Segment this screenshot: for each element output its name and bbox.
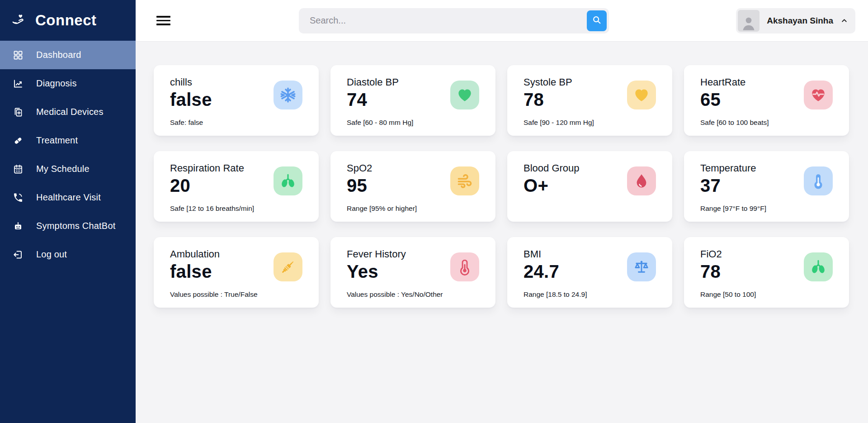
search-input[interactable] (299, 8, 609, 33)
card-note: Safe [90 - 120 mm Hg] (524, 119, 594, 127)
vital-card-fio2: FiO2 78 Range [50 to 100] (684, 237, 849, 308)
thermometer-icon (804, 166, 833, 195)
sidebar-item-logout[interactable]: Log out (0, 240, 136, 269)
robot-icon (13, 221, 24, 232)
sidebar-item-healthcare-visit[interactable]: Healthcare Visit (0, 183, 136, 212)
search-button[interactable] (587, 10, 607, 31)
vital-card-respiration-rate: Respiration Rate 20 Safe [12 to 16 breat… (154, 151, 319, 222)
sidebar-item-label: Medical Devices (36, 107, 104, 117)
hand-heart-icon (11, 12, 25, 29)
app-title: Connect (35, 12, 97, 29)
chevron-up-icon (840, 17, 848, 24)
user-profile-menu[interactable]: Akshayan Sinha (736, 8, 855, 33)
topbar: Akshayan Sinha (136, 0, 868, 42)
avatar (738, 10, 760, 32)
card-note: Range [95% or higher] (347, 204, 417, 213)
logout-icon (13, 249, 24, 260)
sidebar-item-label: Healthcare Visit (36, 192, 101, 203)
vital-card-ambulation: Ambulation false Values possible : True/… (154, 237, 319, 308)
card-note: Range [18.5 to 24.9] (524, 290, 587, 299)
card-note: Range [97°F to 99°F] (700, 204, 766, 213)
blood-drop-icon (627, 166, 656, 195)
calendar-icon (13, 164, 24, 175)
lungs-icon (804, 252, 833, 281)
card-note: Values possible : Yes/No/Other (347, 290, 443, 299)
sidebar-item-label: Log out (36, 249, 67, 260)
sidebar-item-label: Symptoms ChatBot (36, 221, 116, 231)
sidebar-item-diagnosis[interactable]: Diagnosis (0, 69, 136, 98)
card-note: Safe: false (170, 119, 203, 127)
card-note: Safe [12 to 16 breaths/min] (170, 204, 254, 213)
medical-devices-icon (13, 107, 24, 118)
app-root: Connect Dashboard Diagnosis (0, 0, 868, 423)
sidebar-item-label: Dashboard (36, 50, 81, 60)
sidebar-item-label: Treatment (36, 135, 78, 146)
card-note: Safe [60 to 100 beats] (700, 119, 769, 127)
hamburger-menu-icon[interactable] (156, 16, 170, 25)
scales-icon (627, 252, 656, 281)
main-area: Akshayan Sinha chills false Safe: false (136, 0, 868, 423)
vital-card-fever-history: Fever History Yes Values possible : Yes/… (330, 237, 495, 308)
vital-card-systole-bp: Systole BP 78 Safe [90 - 120 mm Hg] (507, 65, 672, 136)
vital-card-bmi: BMI 24.7 Range [18.5 to 24.9] (507, 237, 672, 308)
vital-card-heartrate: HeartRate 65 Safe [60 to 100 beats] (684, 65, 849, 136)
sidebar-item-medical-devices[interactable]: Medical Devices (0, 98, 136, 126)
thermometer-icon (450, 252, 479, 281)
sidebar: Connect Dashboard Diagnosis (0, 0, 136, 423)
heart-icon (450, 81, 479, 109)
vital-card-temperature: Temperature 37 Range [97°F to 99°F] (684, 151, 849, 222)
app-logo[interactable]: Connect (0, 0, 136, 29)
sidebar-item-treatment[interactable]: Treatment (0, 126, 136, 155)
sidebar-item-dashboard[interactable]: Dashboard (0, 41, 136, 69)
heart-icon (627, 81, 656, 109)
card-note: Values possible : True/False (170, 290, 258, 299)
wind-icon (450, 166, 479, 195)
syringe-icon (274, 252, 302, 281)
vitals-grid: chills false Safe: false Diastole BP 74 … (154, 65, 849, 308)
dashboard-grid-icon (13, 50, 24, 61)
user-name: Akshayan Sinha (767, 16, 833, 26)
sidebar-item-symptoms-chatbot[interactable]: Symptoms ChatBot (0, 212, 136, 240)
magnifier-icon (592, 15, 602, 26)
dashboard-content: chills false Safe: false Diastole BP 74 … (136, 42, 868, 308)
vital-card-spo2: SpO2 95 Range [95% or higher] (330, 151, 495, 222)
card-note: Safe [60 - 80 mm Hg] (347, 119, 413, 127)
card-note: Range [50 to 100] (700, 290, 756, 299)
sidebar-item-label: Diagnosis (36, 78, 77, 89)
search-box (299, 8, 609, 33)
heart-pulse-icon (804, 81, 833, 109)
sidebar-item-label: My Schedule (36, 164, 90, 174)
vital-card-chills: chills false Safe: false (154, 65, 319, 136)
sidebar-item-my-schedule[interactable]: My Schedule (0, 155, 136, 183)
chart-line-icon (13, 78, 24, 89)
sidebar-nav: Dashboard Diagnosis Medi (0, 41, 136, 269)
vital-card-diastole-bp: Diastole BP 74 Safe [60 - 80 mm Hg] (330, 65, 495, 136)
lungs-icon (274, 166, 302, 195)
pill-icon (13, 135, 24, 146)
vital-card-blood-group: Blood Group O+ (507, 151, 672, 222)
snowflake-icon (274, 81, 302, 109)
phone-icon (13, 192, 24, 203)
